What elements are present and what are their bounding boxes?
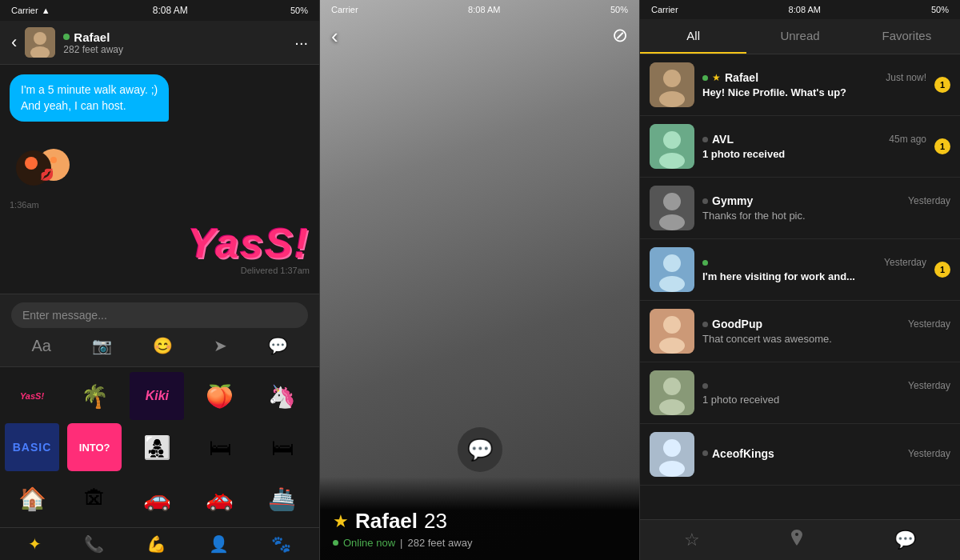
sticker-basic[interactable]: BASIC	[5, 423, 59, 471]
sparkle-icon[interactable]: ✦	[28, 534, 42, 554]
conversation-item-aceofkings[interactable]: AceofKings Yesterday	[640, 424, 960, 486]
sticker-house[interactable]: 🏠	[5, 474, 59, 522]
svg-point-28	[659, 153, 685, 169]
sticker-kiss-emoji: 💋	[10, 134, 74, 198]
font-button[interactable]: Aa	[31, 337, 50, 355]
message-yass: YasS! Delivered 1:37am	[187, 222, 310, 275]
conversation-header: GoodPup Yesterday	[702, 318, 950, 330]
conversation-header: Yesterday	[702, 257, 926, 268]
sticker-tray: YasS! 🌴 Kiki 🍑 🦄 BASIC INTO? 👩‍👧‍👦 🛏 🛏 🏠…	[0, 366, 319, 527]
contact-name: AceofKings	[712, 447, 774, 460]
svg-point-7	[50, 157, 57, 163]
sticker-peach[interactable]: 🍑	[193, 372, 247, 420]
battery-label: 50%	[931, 5, 949, 14]
name-row: AVL	[702, 133, 734, 146]
message-bubble-outgoing: I'm a 5 minute walk away. ;)And yeah, I …	[10, 74, 169, 122]
chat-header-info: Rafael 282 feet away	[63, 30, 286, 55]
person-icon[interactable]: 👤	[209, 534, 229, 554]
sticker-unicorn[interactable]: 🦄	[255, 372, 310, 420]
offline-indicator	[702, 450, 708, 456]
tab-favorites[interactable]: Favorites	[854, 19, 960, 54]
browse-nav-icon[interactable]	[787, 528, 806, 552]
name-row: AceofKings	[702, 447, 774, 460]
conversation-item-gymmy[interactable]: Gymmy Yesterday Thanks for the hot pic.	[640, 178, 960, 239]
sticker-kiki[interactable]: Kiki	[130, 372, 184, 420]
time-label: 8:08 AM	[153, 5, 188, 16]
svg-point-37	[659, 338, 685, 354]
camera-button[interactable]: 📷	[92, 336, 112, 355]
chat-status-bar: Carrier ▲ 8:08 AM 50%	[0, 0, 319, 21]
conversation-item-rafael[interactable]: ★ Rafael Just now! Hey! Nice Profile. Wh…	[640, 54, 960, 116]
sticker-yass[interactable]: YasS!	[5, 372, 59, 420]
conversation-content-goodpup: GoodPup Yesterday That concert was aweso…	[702, 318, 950, 345]
avatar-avl	[650, 124, 694, 169]
chat-panel: Carrier ▲ 8:08 AM 50% ‹ Rafael 282 feet …	[0, 0, 320, 560]
emoji-button[interactable]: 😊	[153, 336, 173, 355]
sticker-ship[interactable]: 🚢	[255, 474, 310, 522]
online-dot	[63, 34, 70, 40]
message-time: Just now!	[886, 72, 926, 83]
message-preview: 1 photo received	[702, 148, 926, 160]
message-time: 45m ago	[889, 134, 926, 145]
sticker-palm[interactable]: 🌴	[67, 372, 122, 420]
profile-chat-button[interactable]: 💬	[458, 427, 502, 472]
svg-text:💋: 💋	[40, 168, 54, 182]
message-preview: That concert was awesome.	[702, 333, 950, 345]
name-row: Gymmy	[702, 194, 753, 207]
offline-indicator	[702, 198, 708, 204]
phone-icon[interactable]: 📞	[84, 534, 104, 554]
send-button[interactable]: ➤	[214, 336, 227, 355]
profile-block-button[interactable]: ⊘	[612, 24, 628, 46]
status-left: Carrier ▲	[11, 6, 50, 15]
favorites-nav-icon[interactable]: ☆	[684, 530, 700, 550]
battery-label: 50%	[610, 5, 628, 14]
svg-point-36	[663, 316, 681, 334]
more-options-button[interactable]: ···	[294, 34, 308, 52]
star-icon: ★	[712, 72, 721, 83]
name-row	[702, 383, 708, 389]
paw-icon[interactable]: 🐾	[271, 534, 291, 554]
message-time: Yesterday	[908, 318, 950, 330]
name-row	[702, 260, 708, 266]
tab-unread[interactable]: Unread	[746, 19, 853, 54]
svg-point-39	[663, 378, 681, 395]
message-time: Yesterday	[908, 195, 950, 206]
svg-point-40	[659, 399, 685, 415]
message-preview: Thanks for the hot pic.	[702, 210, 950, 222]
sticker-panel-button[interactable]: 💬	[268, 336, 288, 355]
time-label: 8:08 AM	[789, 5, 821, 14]
tab-all[interactable]: All	[640, 19, 746, 54]
conversation-item-avl[interactable]: AVL 45m ago 1 photo received 1	[640, 116, 960, 178]
svg-point-33	[663, 254, 681, 272]
sticker-bed1[interactable]: 🛏	[193, 423, 247, 471]
profile-back-button[interactable]: ‹	[331, 24, 338, 49]
muscle-icon[interactable]: 💪	[146, 534, 166, 554]
conversation-header: Yesterday	[702, 380, 950, 391]
sticker-bed2[interactable]: 🛏	[255, 423, 310, 471]
messages-nav-icon[interactable]: 💬	[894, 530, 916, 550]
status-right: 50%	[290, 6, 308, 15]
chat-bottom-bar: ✦ 📞 💪 👤 🐾	[0, 527, 319, 560]
offline-indicator	[702, 383, 708, 389]
message-input[interactable]: Enter message...	[11, 302, 308, 328]
contact-name: GoodPup	[712, 318, 762, 330]
back-button[interactable]: ‹	[11, 32, 17, 53]
yass-text: YasS!	[187, 222, 310, 264]
sticker-car[interactable]: 🚗	[130, 474, 184, 522]
name-row: GoodPup	[702, 318, 762, 330]
sticker-into[interactable]: INTO?	[67, 423, 122, 471]
svg-point-34	[659, 276, 685, 292]
sticker-no-car[interactable]: 🚗✕	[193, 474, 247, 522]
online-indicator	[702, 260, 708, 266]
conversation-header: ★ Rafael Just now!	[702, 71, 926, 84]
sticker-no-house[interactable]: 🏚	[67, 474, 122, 522]
sticker-family[interactable]: 👩‍👧‍👦	[130, 423, 184, 471]
profile-online-dot	[333, 540, 338, 546]
conversation-content-gymmy: Gymmy Yesterday Thanks for the hot pic.	[702, 194, 950, 222]
conversation-item-6[interactable]: Yesterday 1 photo received	[640, 362, 960, 424]
avatar-rafael	[650, 62, 694, 107]
svg-point-30	[663, 193, 681, 210]
conversation-item-4[interactable]: Yesterday I'm here visiting for work and…	[640, 239, 960, 301]
offline-indicator	[702, 322, 708, 327]
conversation-item-goodpup[interactable]: GoodPup Yesterday That concert was aweso…	[640, 301, 960, 362]
